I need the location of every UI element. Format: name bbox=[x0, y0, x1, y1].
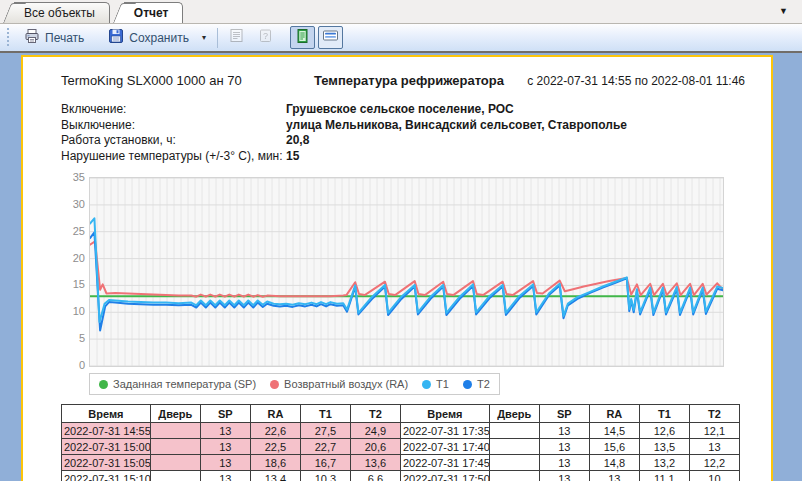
legend-label: T1 bbox=[436, 378, 449, 390]
toolbar-separator bbox=[217, 28, 218, 48]
table-cell: 13 bbox=[689, 439, 739, 455]
info-row-work-hours: Работа установки, ч: 20,8 bbox=[61, 133, 745, 149]
help-button[interactable]: ? bbox=[253, 26, 278, 49]
stacked-pages-icon bbox=[322, 28, 339, 47]
table-cell: 16,7 bbox=[300, 455, 350, 471]
printer-icon bbox=[24, 28, 40, 47]
report-table-head: ВремяДверьSPRAT1T2ВремяДверьSPRAT1T2 bbox=[62, 405, 740, 423]
table-cell: 2022-07-31 14:55 bbox=[62, 423, 151, 439]
table-cell bbox=[150, 455, 200, 471]
table-cell: 22,6 bbox=[250, 423, 300, 439]
y-tick-label: 0 bbox=[61, 360, 85, 371]
print-button-label: Печать bbox=[45, 31, 84, 45]
info-row-power-off: Выключение: улица Мельникова, Винсадский… bbox=[61, 118, 745, 134]
tab-report[interactable]: Отчет bbox=[124, 2, 184, 23]
legend-dot-icon bbox=[463, 380, 472, 389]
table-cell: 13,2 bbox=[639, 455, 689, 471]
y-tick-label: 5 bbox=[61, 333, 85, 344]
y-tick-label: 15 bbox=[61, 279, 85, 290]
info-row-power-on: Включение: Грушевское сельское поселение… bbox=[61, 102, 745, 118]
tab-report-label: Отчет bbox=[134, 6, 169, 20]
table-cell: 2022-07-31 15:00 bbox=[62, 439, 151, 455]
info-value: улица Мельникова, Винсадский сельсовет, … bbox=[286, 118, 627, 134]
table-header-cell: RA bbox=[250, 405, 300, 423]
toolbar-grip-handle[interactable] bbox=[6, 28, 10, 48]
report-body: TermoKing SLX000 1000 ан 70 Температура … bbox=[23, 57, 771, 481]
tab-overflow-arrow-icon[interactable]: ▼ bbox=[779, 7, 788, 16]
report-table-body: 2022-07-31 14:551322,627,524,92022-07-31… bbox=[62, 423, 740, 481]
page-setup-button[interactable] bbox=[224, 26, 249, 49]
report-page: TermoKing SLX000 1000 ан 70 Температура … bbox=[21, 55, 773, 481]
table-header-cell: Время bbox=[400, 405, 489, 423]
landscape-view-toggle[interactable] bbox=[318, 26, 343, 49]
table-cell: 10,3 bbox=[300, 471, 350, 481]
info-label: Работа установки, ч: bbox=[61, 133, 286, 149]
table-header-row: ВремяДверьSPRAT1T2ВремяДверьSPRAT1T2 bbox=[62, 405, 740, 423]
info-value: Грушевское сельское поселение, РОС bbox=[286, 102, 514, 118]
table-cell: 18,6 bbox=[250, 455, 300, 471]
toolbar: Печать Сохранить ▾ ? bbox=[0, 24, 802, 53]
y-tick-label: 10 bbox=[61, 306, 85, 317]
table-cell: 2022-07-31 15:05 bbox=[62, 455, 151, 471]
table-cell: 13 bbox=[200, 471, 250, 481]
legend-label: T2 bbox=[477, 378, 490, 390]
table-cell: 2022-07-31 17:40 bbox=[400, 439, 489, 455]
legend-dot-icon bbox=[99, 380, 108, 389]
save-dropdown-caret-icon[interactable]: ▾ bbox=[197, 30, 211, 45]
document-lines-icon bbox=[229, 28, 244, 47]
table-cell: 13,6 bbox=[350, 455, 400, 471]
table-cell: 13 bbox=[539, 471, 589, 481]
table-cell: 22,7 bbox=[300, 439, 350, 455]
table-cell: 6,6 bbox=[350, 471, 400, 481]
table-cell: 22,5 bbox=[250, 439, 300, 455]
portrait-view-toggle[interactable] bbox=[290, 26, 315, 49]
table-row: 2022-07-31 15:101313,410,36,62022-07-31 … bbox=[62, 471, 740, 481]
table-cell: 13 bbox=[200, 423, 250, 439]
app-window: Все объекты Отчет ▼ Печать Сохранить ▾ bbox=[0, 0, 802, 481]
table-cell: 13 bbox=[200, 439, 250, 455]
table-cell: 13 bbox=[589, 471, 639, 481]
table-cell: 13 bbox=[539, 439, 589, 455]
info-row-violation-minutes: Нарушение температуры (+/-3° С), мин: 15 bbox=[61, 149, 745, 165]
table-cell: 2022-07-31 17:35 bbox=[400, 423, 489, 439]
table-cell: 12,1 bbox=[689, 423, 739, 439]
table-cell: 12,2 bbox=[689, 455, 739, 471]
table-header-cell: T2 bbox=[689, 405, 739, 423]
tab-all-objects[interactable]: Все объекты bbox=[14, 2, 110, 23]
table-cell bbox=[150, 471, 200, 481]
tab-all-objects-label: Все объекты bbox=[24, 6, 95, 20]
print-button[interactable]: Печать bbox=[16, 24, 92, 51]
table-cell: 2022-07-31 17:45 bbox=[400, 455, 489, 471]
legend-item: Заданная температура (SP) bbox=[99, 378, 256, 390]
report-table: ВремяДверьSPRAT1T2ВремяДверьSPRAT1T2 202… bbox=[61, 404, 740, 481]
y-tick-label: 25 bbox=[61, 226, 85, 237]
info-label: Нарушение температуры (+/-3° С), мин: bbox=[61, 149, 286, 165]
green-page-icon bbox=[295, 28, 310, 48]
tab-strip: Все объекты Отчет ▼ bbox=[0, 0, 802, 24]
table-header-cell: SP bbox=[200, 405, 250, 423]
table-cell: 2022-07-31 17:50 bbox=[400, 471, 489, 481]
table-cell: 13 bbox=[200, 455, 250, 471]
report-period: с 2022-07-31 14:55 по 2022-08-01 11:46 bbox=[517, 74, 745, 88]
table-cell bbox=[489, 439, 539, 455]
chart-y-axis: 05101520253035 bbox=[61, 177, 85, 367]
svg-text:?: ? bbox=[263, 31, 268, 41]
chart-svg bbox=[90, 178, 723, 366]
table-cell: 20,6 bbox=[350, 439, 400, 455]
table-header-cell: T1 bbox=[300, 405, 350, 423]
report-preview-area: TermoKing SLX000 1000 ан 70 Температура … bbox=[0, 53, 802, 479]
info-value: 15 bbox=[286, 149, 299, 165]
table-row: 2022-07-31 14:551322,627,524,92022-07-31… bbox=[62, 423, 740, 439]
chart-plot-area bbox=[89, 177, 724, 367]
y-tick-label: 30 bbox=[61, 199, 85, 210]
legend-dot-icon bbox=[270, 380, 279, 389]
info-value: 20,8 bbox=[286, 133, 309, 149]
info-label: Включение: bbox=[61, 102, 286, 118]
table-header-cell: RA bbox=[589, 405, 639, 423]
table-cell: 27,5 bbox=[300, 423, 350, 439]
table-cell bbox=[489, 423, 539, 439]
save-button[interactable]: Сохранить bbox=[100, 24, 197, 51]
save-button-label: Сохранить bbox=[129, 31, 189, 45]
legend-dot-icon bbox=[422, 380, 431, 389]
table-cell: 13 bbox=[539, 423, 589, 439]
